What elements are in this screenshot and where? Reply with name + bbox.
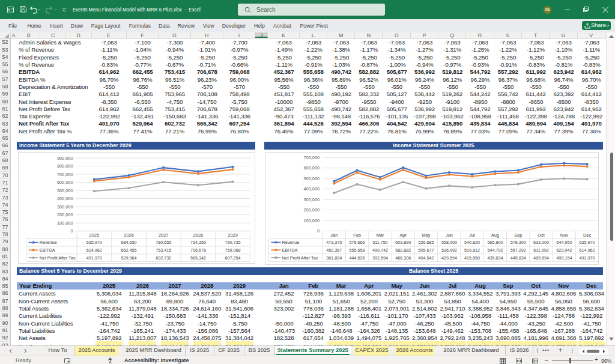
svg-text:361,894: 361,894: [326, 255, 342, 261]
svg-text:444,526: 444,526: [350, 255, 365, 261]
svg-text:392,594: 392,594: [372, 255, 388, 261]
svg-text:Net Profit After Tax: Net Profit After Tax: [282, 255, 318, 261]
svg-text:578,300: 578,300: [510, 240, 526, 245]
svg-text:900,000: 900,000: [57, 156, 73, 161]
svg-text:519,812: 519,812: [464, 247, 480, 253]
svg-text:0: 0: [317, 228, 320, 234]
svg-text:526,685: 526,685: [419, 240, 434, 245]
svg-text:Sep: Sep: [514, 232, 522, 238]
svg-text:511,750: 511,750: [372, 240, 387, 245]
svg-text:100,000: 100,000: [303, 218, 320, 223]
svg-text:2026: 2026: [124, 232, 133, 238]
svg-text:Net Profit After Tax: Net Profit After Tax: [40, 255, 76, 261]
svg-text:602,732: 602,732: [156, 255, 171, 261]
svg-text:200,000: 200,000: [57, 212, 73, 217]
svg-text:603,890: 603,890: [395, 240, 411, 245]
svg-text:400,000: 400,000: [303, 186, 320, 192]
svg-text:452,367: 452,367: [326, 247, 342, 253]
svg-text:Feb: Feb: [353, 232, 361, 238]
svg-text:Aug: Aug: [491, 232, 499, 238]
svg-text:558,000: 558,000: [441, 240, 457, 245]
svg-text:500,000: 500,000: [57, 188, 73, 193]
svg-text:466,306: 466,306: [395, 255, 411, 261]
svg-text:505,677: 505,677: [419, 247, 434, 253]
svg-text:May: May: [422, 232, 431, 238]
svg-text:Apr: Apr: [399, 232, 407, 238]
svg-text:400,000: 400,000: [57, 196, 73, 201]
svg-text:Jan: Jan: [330, 232, 338, 238]
svg-text:611,992: 611,992: [533, 247, 548, 253]
svg-text:684,650: 684,650: [121, 240, 137, 245]
svg-text:Jul: Jul: [469, 232, 475, 238]
svg-text:700,000: 700,000: [57, 172, 73, 177]
svg-text:2029: 2029: [228, 232, 237, 238]
svg-text:536,992: 536,992: [441, 247, 457, 253]
svg-text:Mar: Mar: [377, 232, 384, 238]
svg-text:2028: 2028: [193, 232, 203, 238]
svg-text:491,970: 491,970: [86, 255, 102, 261]
svg-text:614,962: 614,962: [86, 247, 102, 253]
svg-text:700,000: 700,000: [303, 155, 320, 160]
svg-text:600,000: 600,000: [57, 180, 73, 185]
svg-text:633,000: 633,000: [533, 240, 549, 245]
svg-text:200,000: 200,000: [303, 207, 320, 213]
svg-text:491,970: 491,970: [580, 255, 595, 261]
svg-text:565,800: 565,800: [487, 240, 503, 245]
svg-text:2027: 2027: [159, 232, 168, 238]
svg-text:565,342: 565,342: [190, 255, 206, 261]
svg-text:800,000: 800,000: [57, 163, 73, 169]
svg-text:753,415: 753,415: [156, 247, 171, 253]
svg-text:445,834: 445,834: [510, 255, 526, 261]
svg-text:706,678: 706,678: [190, 247, 206, 253]
svg-text:EBITDA: EBITDA: [40, 247, 55, 253]
svg-text:Oct: Oct: [538, 232, 545, 238]
svg-text:Revenue: Revenue: [40, 240, 57, 245]
svg-text:614,962: 614,962: [580, 247, 595, 253]
svg-text:EBITDA: EBITDA: [282, 247, 298, 253]
svg-text:555,658: 555,658: [350, 247, 365, 253]
svg-text:2025: 2025: [89, 232, 99, 238]
svg-text:100,000: 100,000: [57, 220, 73, 226]
svg-text:662,455: 662,455: [121, 247, 137, 253]
svg-text:300,000: 300,000: [303, 197, 320, 202]
svg-text:435,834: 435,834: [487, 255, 503, 261]
svg-text:540,820: 540,820: [464, 240, 480, 245]
svg-text:404,542: 404,542: [419, 255, 434, 261]
svg-text:490,742: 490,742: [372, 247, 388, 253]
svg-text:734,350: 734,350: [190, 240, 206, 245]
svg-text:759,068: 759,068: [225, 247, 241, 253]
svg-text:529,964: 529,964: [121, 255, 137, 261]
svg-text:500,000: 500,000: [303, 176, 320, 181]
svg-text:415,850: 415,850: [464, 255, 480, 261]
svg-text:607,254: 607,254: [225, 255, 241, 261]
svg-text:600,000: 600,000: [303, 165, 320, 171]
svg-text:790,735: 790,735: [225, 240, 241, 245]
svg-text:582,882: 582,882: [395, 247, 411, 253]
svg-text:0: 0: [70, 228, 73, 234]
svg-text:Jun: Jun: [446, 232, 453, 238]
svg-text:Dec: Dec: [583, 232, 591, 238]
svg-text:429,594: 429,594: [441, 255, 457, 261]
svg-text:635,970: 635,970: [86, 240, 102, 245]
svg-text:544,792: 544,792: [487, 247, 503, 253]
svg-text:473,375: 473,375: [326, 240, 342, 245]
svg-text:489,594: 489,594: [533, 255, 549, 261]
svg-text:635,970: 635,970: [580, 240, 595, 245]
svg-text:300,000: 300,000: [57, 204, 73, 210]
svg-text:Nov: Nov: [560, 232, 568, 238]
svg-text:499,154: 499,154: [556, 255, 572, 261]
svg-text:576,666: 576,666: [350, 240, 365, 245]
svg-text:623,942: 623,942: [556, 247, 572, 253]
svg-text:557,292: 557,292: [510, 247, 526, 253]
svg-text:Revenue: Revenue: [282, 240, 300, 245]
svg-text:644,950: 644,950: [556, 240, 572, 245]
svg-text:780,655: 780,655: [156, 240, 171, 245]
